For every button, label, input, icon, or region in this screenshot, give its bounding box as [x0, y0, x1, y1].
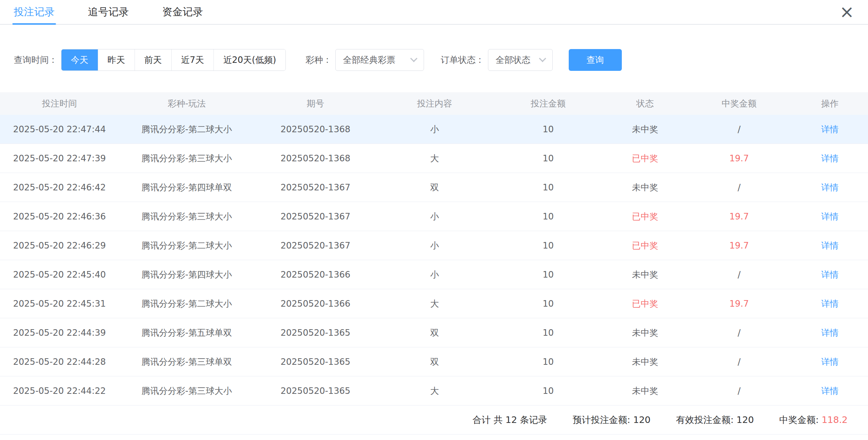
table-row[interactable]: 2025-05-20 22:46:42腾讯分分彩-第四球单双20250520-1… [0, 173, 868, 202]
table-header-row: 投注时间彩种-玩法期号投注内容投注金额状态中奖金额操作 [0, 92, 868, 115]
cell-issue: 20250520-1367 [255, 241, 376, 251]
tab-fund-records[interactable]: 资金记录 [162, 0, 203, 24]
cell-bet-content: 双 [376, 356, 493, 368]
order-status-select[interactable]: 全部状态 [488, 49, 553, 71]
detail-link[interactable]: 详情 [821, 270, 839, 280]
cell-action: 详情 [792, 182, 868, 193]
table-row[interactable]: 2025-05-20 22:45:40腾讯分分彩-第四球大小20250520-1… [0, 260, 868, 289]
cell-issue: 20250520-1367 [255, 182, 376, 193]
table-row[interactable]: 2025-05-20 22:46:36腾讯分分彩-第三球大小20250520-1… [0, 202, 868, 231]
order-status-label: 订单状态 : [441, 54, 481, 66]
cell-play-type: 腾讯分分彩-第二球大小 [119, 124, 255, 135]
detail-link[interactable]: 详情 [821, 386, 839, 396]
time-filter-last-7-days[interactable]: 近7天 [171, 49, 213, 70]
betting-records-panel: 投注记录追号记录资金记录 × 查询时间 : 今天昨天前天近7天近20天(低频) … [0, 0, 868, 440]
table-row[interactable]: 2025-05-20 22:47:44腾讯分分彩-第二球大小20250520-1… [0, 115, 868, 144]
cell-status: 未中奖 [604, 327, 687, 339]
cell-bet-content: 大 [376, 153, 493, 164]
table-row[interactable]: 2025-05-20 22:46:29腾讯分分彩-第二球大小20250520-1… [0, 231, 868, 260]
cell-play-type: 腾讯分分彩-第二球大小 [119, 240, 255, 251]
table-footer: 合计 共 12 条记录 预计投注金额: 120 有效投注金额: 120 中奖金额… [0, 405, 868, 435]
detail-link[interactable]: 详情 [821, 124, 839, 134]
cell-bet-content: 大 [376, 298, 493, 310]
cell-bet-content: 双 [376, 182, 493, 193]
cell-bet-content: 小 [376, 124, 493, 135]
footer-expected-amount: 预计投注金额: 120 [573, 414, 651, 426]
time-filter-last-20-days[interactable]: 近20天(低频) [213, 49, 285, 70]
footer-total-records: 合计 共 12 条记录 [472, 414, 547, 426]
cell-bet-amount: 10 [493, 241, 604, 251]
cell-status: 未中奖 [604, 269, 687, 280]
cell-bet-content: 大 [376, 385, 493, 397]
cell-bet-time: 2025-05-20 22:47:44 [0, 124, 119, 134]
cell-win-amount: / [687, 182, 792, 193]
detail-link[interactable]: 详情 [821, 241, 839, 251]
detail-link[interactable]: 详情 [821, 182, 839, 193]
cell-bet-amount: 10 [493, 124, 604, 134]
cell-play-type: 腾讯分分彩-第二球大小 [119, 298, 255, 310]
time-filter-group: 今天昨天前天近7天近20天(低频) [61, 49, 286, 71]
cell-action: 详情 [792, 385, 868, 397]
cell-bet-amount: 10 [493, 270, 604, 280]
cell-bet-amount: 10 [493, 357, 604, 367]
time-filter-day-before[interactable]: 前天 [135, 49, 171, 70]
cell-win-amount: / [687, 386, 792, 396]
detail-link[interactable]: 详情 [821, 328, 839, 338]
table-row[interactable]: 2025-05-20 22:44:22腾讯分分彩-第三球大小20250520-1… [0, 376, 868, 405]
detail-link[interactable]: 详情 [821, 153, 839, 164]
detail-link[interactable]: 详情 [821, 357, 839, 367]
cell-bet-amount: 10 [493, 386, 604, 396]
cell-status: 已中奖 [604, 211, 687, 222]
table-body: 2025-05-20 22:47:44腾讯分分彩-第二球大小20250520-1… [0, 115, 868, 405]
column-header: 期号 [255, 98, 376, 109]
cell-bet-amount: 10 [493, 328, 604, 338]
cell-status: 未中奖 [604, 182, 687, 193]
cell-bet-amount: 10 [493, 299, 604, 309]
cell-play-type: 腾讯分分彩-第三球单双 [119, 356, 255, 368]
cell-issue: 20250520-1365 [255, 357, 376, 367]
column-header: 操作 [792, 98, 868, 109]
cell-win-amount: 19.7 [687, 241, 792, 251]
cell-bet-amount: 10 [493, 211, 604, 222]
cell-bet-amount: 10 [493, 182, 604, 193]
footer-win-label: 中奖金额: [779, 415, 821, 425]
detail-link[interactable]: 详情 [821, 211, 839, 222]
footer-win-amount: 中奖金额: 118.2 [779, 414, 848, 426]
table-row[interactable]: 2025-05-20 22:45:31腾讯分分彩-第二球大小20250520-1… [0, 289, 868, 318]
cell-bet-time: 2025-05-20 22:46:36 [0, 211, 119, 222]
table-row[interactable]: 2025-05-20 22:47:39腾讯分分彩-第三球大小20250520-1… [0, 144, 868, 173]
search-button[interactable]: 查询 [569, 49, 622, 71]
table-row[interactable]: 2025-05-20 22:44:28腾讯分分彩-第三球单双20250520-1… [0, 347, 868, 376]
cell-action: 详情 [792, 269, 868, 280]
chevron-down-icon [539, 55, 546, 62]
column-header: 彩种-玩法 [119, 98, 255, 109]
cell-issue: 20250520-1366 [255, 299, 376, 309]
cell-play-type: 腾讯分分彩-第四球大小 [119, 269, 255, 280]
cell-issue: 20250520-1367 [255, 211, 376, 222]
cell-play-type: 腾讯分分彩-第三球大小 [119, 385, 255, 397]
cell-issue: 20250520-1368 [255, 124, 376, 134]
order-status-value: 全部状态 [496, 54, 531, 66]
detail-link[interactable]: 详情 [821, 299, 839, 309]
time-filter-yesterday[interactable]: 昨天 [98, 49, 135, 70]
cell-action: 详情 [792, 356, 868, 368]
cell-win-amount: / [687, 270, 792, 280]
cell-action: 详情 [792, 124, 868, 135]
time-filter-today[interactable]: 今天 [61, 49, 98, 70]
lottery-select[interactable]: 全部经典彩票 [335, 49, 424, 71]
footer-win-value: 118.2 [821, 415, 848, 425]
cell-issue: 20250520-1365 [255, 386, 376, 396]
tab-chase-records[interactable]: 追号记录 [88, 0, 129, 24]
cell-status: 已中奖 [604, 240, 687, 251]
cell-bet-time: 2025-05-20 22:45:31 [0, 299, 119, 309]
cell-bet-content: 小 [376, 211, 493, 222]
close-icon[interactable]: × [840, 0, 854, 23]
cell-bet-content: 小 [376, 269, 493, 280]
cell-play-type: 腾讯分分彩-第四球单双 [119, 182, 255, 193]
cell-issue: 20250520-1365 [255, 328, 376, 338]
filter-row: 查询时间 : 今天昨天前天近7天近20天(低频) 彩种 : 全部经典彩票 订单状… [14, 49, 868, 71]
cell-play-type: 腾讯分分彩-第五球单双 [119, 327, 255, 339]
column-header: 投注金额 [493, 98, 604, 109]
tab-bet-records[interactable]: 投注记录 [14, 0, 55, 24]
table-row[interactable]: 2025-05-20 22:44:39腾讯分分彩-第五球单双20250520-1… [0, 318, 868, 347]
